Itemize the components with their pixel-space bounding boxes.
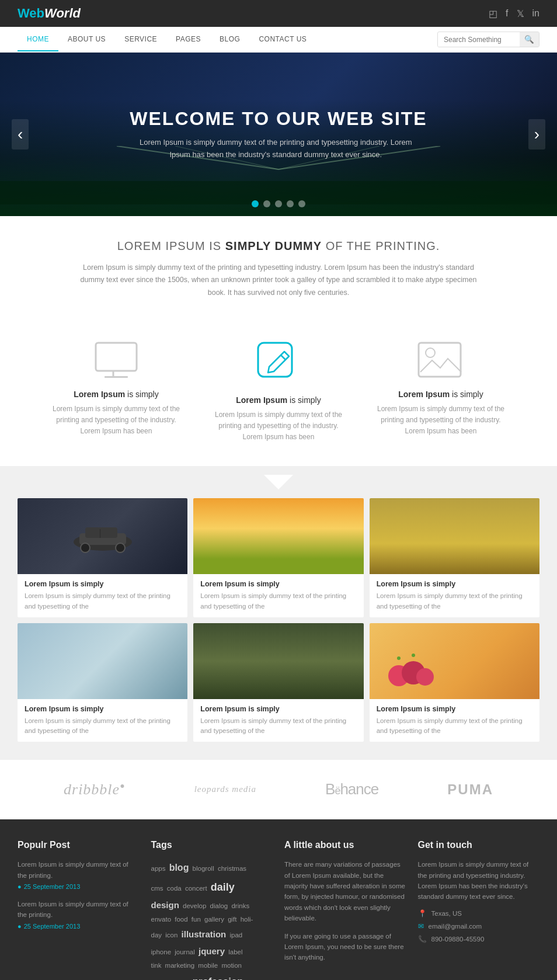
tag-design[interactable]: design — [151, 900, 179, 910]
tag-dialog[interactable]: dialog — [210, 902, 228, 909]
tag-blog[interactable]: blog — [169, 863, 189, 873]
gallery-item-3[interactable]: Lorem Ipsum is simply Lorem Ipsum is sim… — [370, 498, 539, 617]
nav-service[interactable]: SERVICE — [115, 28, 166, 51]
tag-marketing[interactable]: marketing — [165, 962, 195, 969]
intro-suffix: OF THE PRINTING. — [322, 239, 440, 252]
nav-about[interactable]: ABOUT US — [58, 28, 115, 51]
gallery-title-2: Lorem Ipsum is simply — [200, 580, 356, 588]
svg-line-9 — [281, 355, 286, 360]
about-text-1: There are many variations of passages of… — [284, 859, 406, 923]
contact-phone-value: 890-09880-45590 — [431, 936, 485, 943]
tags-title: Tags — [151, 840, 273, 850]
gallery-item-4[interactable]: Lorem Ipsum is simply Lorem Ipsum is sim… — [18, 623, 187, 742]
tag-ipad[interactable]: ipad — [229, 932, 242, 939]
hero-title: WELCOME TO OUR WEB SITE — [130, 108, 427, 130]
gallery-info-6: Lorem Ipsum is simply Lorem Ipsum is sim… — [370, 699, 539, 742]
tag-icon[interactable]: icon — [165, 932, 177, 939]
hero-content: WELCOME TO OUR WEB SITE Lorem Ipsum is s… — [118, 96, 438, 173]
nav-contact[interactable]: CONTACT US — [249, 28, 316, 51]
tag-daily[interactable]: daily — [211, 881, 235, 893]
svg-rect-14 — [85, 527, 117, 538]
tag-drinks[interactable]: drinks — [231, 902, 249, 909]
tag-profession[interactable]: profession — [193, 976, 243, 980]
tag-apps[interactable]: apps — [151, 865, 166, 872]
feature-1-desc: Lorem Ipsum is simply dummy text of the … — [48, 404, 184, 437]
gallery-item-2[interactable]: Lorem Ipsum is simply Lorem Ipsum is sim… — [193, 498, 363, 617]
search-box[interactable]: 🔍 — [437, 32, 539, 47]
svg-point-22 — [412, 654, 415, 657]
gallery-info-5: Lorem Ipsum is simply Lorem Ipsum is sim… — [193, 699, 363, 742]
facebook-icon[interactable]: f — [506, 8, 508, 19]
tag-tink[interactable]: tink — [151, 962, 162, 969]
hero-dot-4[interactable] — [287, 200, 294, 207]
tag-envato[interactable]: envato — [151, 916, 172, 923]
hero-prev-button[interactable]: ‹ — [12, 119, 29, 150]
tag-fun[interactable]: fun — [192, 916, 201, 923]
search-input[interactable] — [438, 33, 520, 47]
tag-christmas[interactable]: christmas — [218, 865, 246, 872]
gallery-desc-6: Lorem Ipsum is simply dummy text of the … — [377, 716, 532, 736]
feature-1-title: Lorem Ipsum is simply — [48, 390, 184, 399]
tag-gallery[interactable]: gallery — [204, 916, 224, 923]
linkedin-icon[interactable]: in — [532, 8, 539, 19]
hero-dot-3[interactable] — [275, 200, 282, 207]
intro-bold: SIMPLY DUMMY — [225, 239, 322, 252]
tag-coda[interactable]: coda — [167, 885, 182, 892]
gallery-desc-5: Lorem Ipsum is simply dummy text of the … — [200, 716, 356, 736]
nav-links: HOME ABOUT US SERVICE PAGES BLOG CONTACT… — [18, 28, 316, 51]
tag-jquery[interactable]: jquery — [199, 946, 225, 956]
gallery-info-2: Lorem Ipsum is simply Lorem Ipsum is sim… — [193, 574, 363, 617]
rss-icon[interactable]: ◰ — [489, 8, 497, 19]
monitor-icon — [48, 340, 184, 381]
contact-title: Get in touch — [418, 840, 540, 850]
svg-point-20 — [416, 668, 434, 686]
tag-illustration[interactable]: illustration — [182, 929, 227, 939]
brand-puma[interactable]: PUMA — [447, 781, 493, 798]
tag-gift[interactable]: gift — [228, 916, 236, 923]
hero-dots — [252, 200, 305, 207]
hero-section: WELCOME TO OUR WEB SITE Lorem Ipsum is s… — [0, 53, 557, 216]
gallery-img-blur — [18, 623, 187, 699]
header: WebWorld ◰ f 𝕏 in — [0, 0, 557, 27]
hero-dot-2[interactable] — [263, 200, 270, 207]
nav-blog[interactable]: BLOG — [210, 28, 249, 51]
tag-label[interactable]: label — [228, 948, 242, 955]
gallery-item-5[interactable]: Lorem Ipsum is simply Lorem Ipsum is sim… — [193, 623, 363, 742]
hero-dot-5[interactable] — [298, 200, 305, 207]
gallery-item-6[interactable]: Lorem Ipsum is simply Lorem Ipsum is sim… — [370, 623, 539, 742]
clock-icon-2: ● — [18, 923, 22, 930]
gallery-item-1[interactable]: Lorem Ipsum is simply Lorem Ipsum is sim… — [18, 498, 187, 617]
svg-rect-10 — [419, 343, 461, 377]
contact-location: 📍 Texas, US — [418, 909, 540, 918]
hero-dot-1[interactable] — [252, 200, 259, 207]
gallery-title-5: Lorem Ipsum is simply — [200, 705, 356, 713]
location-icon: 📍 — [418, 909, 427, 918]
tag-mobile[interactable]: mobile — [198, 962, 218, 969]
feature-2-desc: Lorem Ipsum is simply dummy text of the … — [210, 409, 347, 443]
twitter-icon[interactable]: 𝕏 — [517, 8, 524, 19]
gallery-info-4: Lorem Ipsum is simply Lorem Ipsum is sim… — [18, 699, 187, 742]
footer-popular-post: Populr Post Lorem Ipsum is simply dummy … — [18, 840, 140, 980]
intro-prefix: LOREM IPSUM IS — [117, 239, 225, 252]
tag-iphone[interactable]: iphone — [151, 948, 172, 955]
tag-blogroll[interactable]: blogroll — [193, 865, 214, 872]
brands-section: dribbble● leopards media Bëhance PUMA — [0, 759, 557, 819]
nav-pages[interactable]: PAGES — [166, 28, 210, 51]
post-1-text: Lorem Ipsum is simply dummy text of the … — [18, 859, 140, 881]
intro-description: Lorem Ipsum is simply dummy text of the … — [74, 262, 483, 299]
svg-rect-17 — [100, 529, 100, 538]
tag-food[interactable]: food — [175, 916, 187, 923]
tag-motion[interactable]: motion — [221, 962, 242, 969]
tag-develop[interactable]: develop — [183, 902, 206, 909]
tag-cms[interactable]: cms — [151, 885, 163, 892]
tag-journal[interactable]: journal — [175, 948, 195, 955]
search-button[interactable]: 🔍 — [520, 32, 539, 47]
brand-behance[interactable]: Bëhance — [325, 780, 378, 798]
nav-home[interactable]: HOME — [18, 28, 58, 51]
brand-dribbble[interactable]: dribbble● — [64, 781, 126, 798]
tag-concert[interactable]: concert — [185, 885, 207, 892]
gallery-info-1: Lorem Ipsum is simply Lorem Ipsum is sim… — [18, 574, 187, 617]
brand-leopards[interactable]: leopards media — [194, 784, 256, 794]
hero-next-button[interactable]: › — [528, 119, 545, 150]
svg-point-15 — [81, 543, 90, 552]
